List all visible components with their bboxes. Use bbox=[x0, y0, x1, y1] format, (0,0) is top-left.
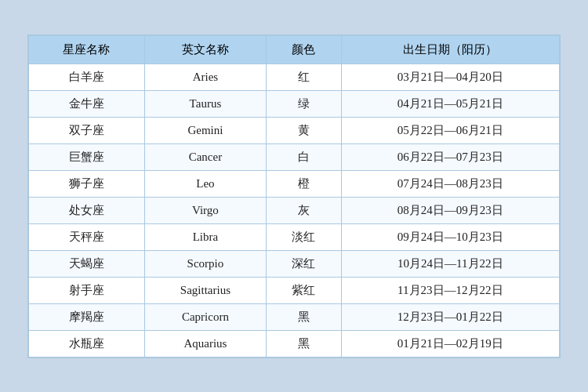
cell-color: 橙 bbox=[266, 170, 341, 197]
cell-color: 淡红 bbox=[266, 223, 341, 250]
zodiac-table: 星座名称 英文名称 颜色 出生日期（阳历） 白羊座Aries红03月21日—04… bbox=[28, 35, 560, 358]
header-color: 颜色 bbox=[266, 35, 341, 64]
cell-color: 黑 bbox=[266, 330, 341, 357]
cell-english-name: Aquarius bbox=[144, 330, 266, 357]
cell-english-name: Virgo bbox=[144, 197, 266, 223]
cell-chinese-name: 射手座 bbox=[29, 277, 145, 303]
cell-color: 深红 bbox=[266, 250, 341, 277]
cell-birthdate: 05月22日—06月21日 bbox=[341, 117, 559, 143]
cell-english-name: Aries bbox=[144, 64, 266, 90]
cell-birthdate: 09月24日—10月23日 bbox=[341, 223, 559, 250]
cell-birthdate: 07月24日—08月23日 bbox=[341, 170, 559, 197]
table-header-row: 星座名称 英文名称 颜色 出生日期（阳历） bbox=[29, 35, 560, 64]
header-birthdate: 出生日期（阳历） bbox=[341, 35, 559, 64]
header-english-name: 英文名称 bbox=[144, 35, 266, 64]
table-row: 金牛座Taurus绿04月21日—05月21日 bbox=[29, 90, 560, 117]
cell-english-name: Capricorn bbox=[144, 303, 266, 330]
cell-english-name: Scorpio bbox=[144, 250, 266, 277]
cell-birthdate: 10月24日—11月22日 bbox=[341, 250, 559, 277]
cell-chinese-name: 巨蟹座 bbox=[29, 143, 145, 170]
cell-color: 红 bbox=[266, 64, 341, 90]
cell-chinese-name: 白羊座 bbox=[29, 64, 145, 90]
cell-color: 绿 bbox=[266, 90, 341, 117]
cell-color: 灰 bbox=[266, 197, 341, 223]
cell-birthdate: 11月23日—12月22日 bbox=[341, 277, 559, 303]
cell-english-name: Libra bbox=[144, 223, 266, 250]
cell-birthdate: 06月22日—07月23日 bbox=[341, 143, 559, 170]
cell-english-name: Taurus bbox=[144, 90, 266, 117]
cell-english-name: Sagittarius bbox=[144, 277, 266, 303]
cell-birthdate: 12月23日—01月22日 bbox=[341, 303, 559, 330]
table-row: 射手座Sagittarius紫红11月23日—12月22日 bbox=[29, 277, 560, 303]
table-row: 天蝎座Scorpio深红10月24日—11月22日 bbox=[29, 250, 560, 277]
header-chinese-name: 星座名称 bbox=[29, 35, 145, 64]
table-row: 天秤座Libra淡红09月24日—10月23日 bbox=[29, 223, 560, 250]
cell-color: 紫红 bbox=[266, 277, 341, 303]
cell-chinese-name: 金牛座 bbox=[29, 90, 145, 117]
cell-chinese-name: 天秤座 bbox=[29, 223, 145, 250]
table-body: 白羊座Aries红03月21日—04月20日金牛座Taurus绿04月21日—0… bbox=[29, 64, 560, 357]
cell-color: 黄 bbox=[266, 117, 341, 143]
cell-chinese-name: 摩羯座 bbox=[29, 303, 145, 330]
table-row: 摩羯座Capricorn黑12月23日—01月22日 bbox=[29, 303, 560, 330]
table-row: 双子座Gemini黄05月22日—06月21日 bbox=[29, 117, 560, 143]
table-row: 狮子座Leo橙07月24日—08月23日 bbox=[29, 170, 560, 197]
table-row: 水瓶座Aquarius黑01月21日—02月19日 bbox=[29, 330, 560, 357]
table-row: 处女座Virgo灰08月24日—09月23日 bbox=[29, 197, 560, 223]
cell-chinese-name: 水瓶座 bbox=[29, 330, 145, 357]
table-row: 白羊座Aries红03月21日—04月20日 bbox=[29, 64, 560, 90]
zodiac-table-container: 星座名称 英文名称 颜色 出生日期（阳历） 白羊座Aries红03月21日—04… bbox=[27, 34, 561, 358]
cell-birthdate: 04月21日—05月21日 bbox=[341, 90, 559, 117]
cell-color: 白 bbox=[266, 143, 341, 170]
table-row: 巨蟹座Cancer白06月22日—07月23日 bbox=[29, 143, 560, 170]
cell-color: 黑 bbox=[266, 303, 341, 330]
cell-chinese-name: 双子座 bbox=[29, 117, 145, 143]
cell-english-name: Cancer bbox=[144, 143, 266, 170]
cell-chinese-name: 狮子座 bbox=[29, 170, 145, 197]
cell-chinese-name: 天蝎座 bbox=[29, 250, 145, 277]
cell-english-name: Leo bbox=[144, 170, 266, 197]
cell-english-name: Gemini bbox=[144, 117, 266, 143]
cell-birthdate: 03月21日—04月20日 bbox=[341, 64, 559, 90]
cell-birthdate: 01月21日—02月19日 bbox=[341, 330, 559, 357]
cell-chinese-name: 处女座 bbox=[29, 197, 145, 223]
cell-birthdate: 08月24日—09月23日 bbox=[341, 197, 559, 223]
